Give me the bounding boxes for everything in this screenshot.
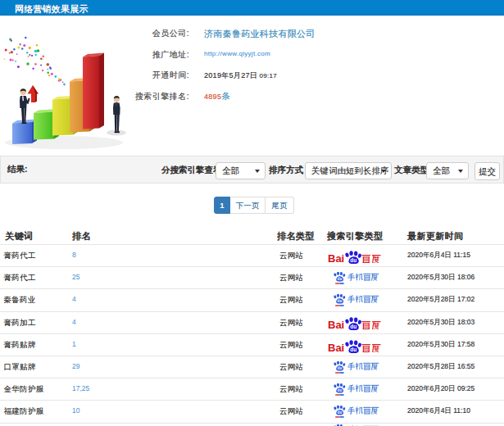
svg-text:du: du — [350, 324, 356, 330]
svg-text:du: du — [350, 257, 356, 263]
svg-text:du: du — [338, 277, 343, 281]
svg-text:du: du — [338, 410, 343, 415]
svg-text:du: du — [338, 299, 343, 303]
svg-text:du: du — [350, 347, 356, 352]
svg-text:du: du — [338, 366, 343, 370]
svg-text:Bai: Bai — [328, 252, 344, 264]
svg-text:Bai: Bai — [328, 341, 344, 353]
svg-text:du: du — [338, 388, 343, 392]
svg-text:Bai: Bai — [328, 319, 344, 331]
